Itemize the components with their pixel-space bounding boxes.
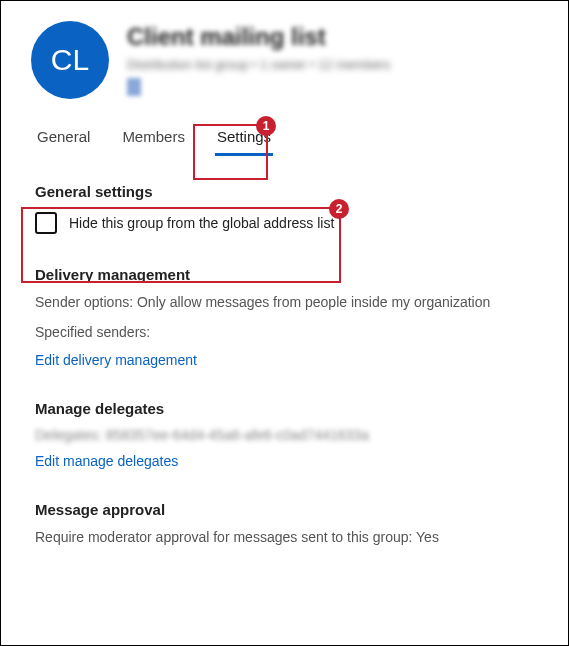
approval-heading: Message approval bbox=[35, 501, 534, 518]
annotation-number-2: 2 bbox=[329, 199, 349, 219]
header-text: Client mailing list Distribution list gr… bbox=[127, 21, 538, 100]
tab-general[interactable]: General bbox=[35, 120, 92, 155]
annotation-number-1: 1 bbox=[256, 116, 276, 136]
panel-header: CL Client mailing list Distribution list… bbox=[1, 1, 568, 110]
approval-value: Require moderator approval for messages … bbox=[35, 528, 534, 548]
manage-delegates-section: Manage delegates Delegates: 858357ee-64d… bbox=[35, 400, 534, 469]
delegates-value: Delegates: 858357ee-64d4-45a6-afe6-c0ad7… bbox=[35, 427, 534, 443]
message-approval-section: Message approval Require moderator appro… bbox=[35, 501, 534, 548]
group-subtitle: Distribution list group • 1 owner • 12 m… bbox=[127, 57, 538, 72]
delivery-sender-options: Sender options: Only allow messages from… bbox=[35, 293, 534, 313]
group-title: Client mailing list bbox=[127, 23, 538, 51]
settings-content: General settings Hide this group from th… bbox=[1, 155, 568, 578]
avatar: CL bbox=[31, 21, 109, 99]
annotation-box-2: 2 bbox=[21, 207, 341, 283]
tab-bar: General Members Settings bbox=[1, 110, 568, 155]
delegates-heading: Manage delegates bbox=[35, 400, 534, 417]
edit-delegates-link[interactable]: Edit manage delegates bbox=[35, 453, 534, 469]
edit-delivery-link[interactable]: Edit delivery management bbox=[35, 352, 534, 368]
general-settings-heading: General settings bbox=[35, 183, 534, 200]
avatar-initials: CL bbox=[51, 43, 89, 77]
tab-members[interactable]: Members bbox=[120, 120, 187, 155]
annotation-box-1: 1 bbox=[193, 124, 268, 180]
mail-icon bbox=[127, 78, 141, 96]
delivery-specified-senders: Specified senders: bbox=[35, 323, 534, 343]
